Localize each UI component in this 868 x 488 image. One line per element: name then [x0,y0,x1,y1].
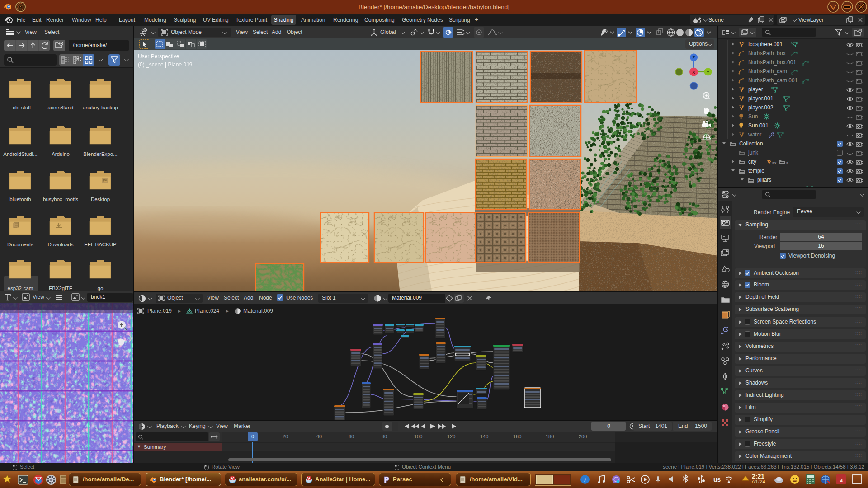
svg-text:busybox_rootfs: busybox_rootfs [43,197,78,202]
svg-text:(0) _scene | Plane.019: (0) _scene | Plane.019 [138,61,193,68]
svg-text:anakey-backup: anakey-backup [83,105,118,110]
svg-text:a: a [840,476,843,483]
svg-text:Documents: Documents [7,242,33,247]
svg-text:Arduino: Arduino [52,151,70,157]
svg-text:X: X [692,70,695,75]
svg-text:User Perspective: User Perspective [138,53,179,60]
svg-text:AndroidStudi...: AndroidStudi... [3,151,37,157]
svg-text:EFI_BACKUP: EFI_BACKUP [84,242,117,247]
svg-text:bluetooth: bluetooth [9,197,31,202]
svg-text:esp32-cam: esp32-cam [8,286,33,291]
svg-text:Y: Y [707,70,710,75]
svg-text:go: go [98,286,104,291]
svg-text:i: i [584,476,586,483]
svg-text:Downloads: Downloads [48,242,74,247]
svg-text:Z: Z [693,55,695,60]
svg-text:BlenderExpo...: BlenderExpo... [83,151,117,157]
svg-text:_cb_stuff: _cb_stuff [9,105,31,110]
svg-text:us: us [713,476,721,483]
svg-text:acers3fand: acers3fand [48,105,74,110]
svg-text:Desktop: Desktop [91,197,110,202]
svg-text:FBX2glTF: FBX2glTF [49,286,72,291]
